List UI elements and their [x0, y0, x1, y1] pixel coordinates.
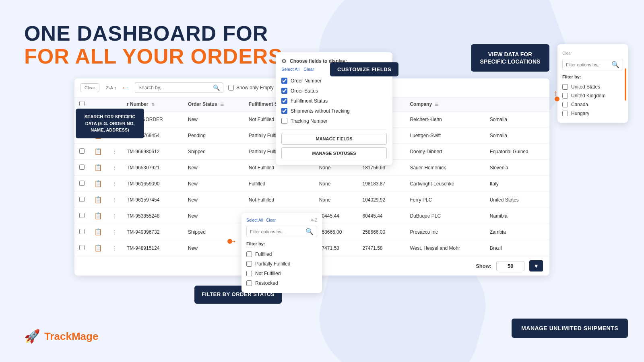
clear-link[interactable]: Clear: [303, 67, 314, 72]
show-dropdown-arrow[interactable]: ▼: [529, 260, 543, 272]
row-subtotal: 60445.44: [357, 208, 405, 224]
dots-icon[interactable]: ⋮: [112, 229, 117, 235]
filter-option-checkbox[interactable]: [246, 280, 252, 286]
row-country: United States: [485, 192, 549, 208]
filter-search-wrap: 🔍: [246, 226, 317, 237]
hero-line1: ONE DASHBOARD FOR: [24, 22, 283, 45]
customize-fields-button[interactable]: CUSTOMIZE FIELDS: [330, 62, 398, 76]
row-company: West, Hessel and Mohr: [405, 240, 485, 256]
filter-by-location-label: Filter by:: [562, 74, 623, 79]
location-scrollbar[interactable]: [625, 68, 626, 101]
field-label: Order Status: [291, 88, 318, 94]
dots-icon[interactable]: ⋮: [112, 245, 117, 251]
location-checkbox[interactable]: [562, 111, 568, 116]
row-dots-cell: ⋮: [107, 224, 122, 240]
show-empty-checkbox[interactable]: [228, 85, 234, 90]
dots-icon[interactable]: ⋮: [112, 181, 117, 187]
dots-icon[interactable]: ⋮: [112, 197, 117, 203]
show-select[interactable]: 50: [496, 261, 524, 271]
search-input[interactable]: [138, 85, 211, 90]
row-checkbox[interactable]: [79, 165, 85, 170]
doc-icon: 📋: [94, 148, 102, 155]
select-all-link[interactable]: Select All: [281, 67, 299, 72]
filter-status-option: Restocked: [246, 278, 317, 288]
row-order-status: Pending: [183, 128, 244, 144]
dots-icon[interactable]: ⋮: [112, 149, 117, 154]
dots-icon[interactable]: ⋮: [112, 165, 117, 171]
search-tooltip: SEARCH FOR SPECIFIC DATA (E.G. ORDER NO,…: [76, 109, 144, 138]
field-item: Tracking Number: [281, 116, 387, 126]
field-checkbox[interactable]: [281, 98, 287, 104]
filter-by-label: Filter by:: [246, 241, 317, 246]
location-checkbox[interactable]: [562, 84, 568, 90]
manage-statuses-button[interactable]: MANAGE STATUSES: [281, 147, 387, 159]
row-icon-cell: 📋: [89, 224, 107, 240]
doc-icon: 📋: [94, 180, 102, 187]
filter-search-input[interactable]: [250, 229, 303, 234]
filter-status-option: Fulfilled: [246, 249, 317, 259]
row-country: Equatorial Guinea: [485, 144, 549, 160]
field-checkbox[interactable]: [281, 88, 287, 94]
table-row: 📋 ⋮ TM-961659090 New Fulfilled None 1981…: [74, 176, 549, 192]
row-checkbox[interactable]: [79, 148, 85, 154]
dots-icon[interactable]: ⋮: [112, 213, 117, 219]
row-dots-cell: ⋮: [107, 144, 122, 160]
logo-mage: Mage: [72, 330, 98, 342]
row-checkbox[interactable]: [79, 213, 85, 218]
row-subtotal: 104029.92: [357, 192, 405, 208]
row-checkbox[interactable]: [79, 181, 85, 186]
row-icon-cell: 📋: [89, 160, 107, 176]
search-icon: 🔍: [213, 84, 220, 91]
location-options: United StatesUnited KingdomCanadaHungary: [562, 82, 623, 118]
col-company: Company ☰: [405, 97, 485, 111]
row-checkbox[interactable]: [79, 229, 85, 234]
row-country: Brazil: [485, 240, 549, 256]
row-order-number: TM-948915124: [122, 240, 183, 256]
field-checkbox[interactable]: [281, 108, 287, 114]
table-row: 📋 ⋮ TM-961597454 New Not Fulfilled None …: [74, 192, 549, 208]
row-dots-cell: ⋮: [107, 176, 122, 192]
col-country: [485, 97, 549, 111]
location-label: Hungary: [571, 111, 589, 116]
row-country: Slovenia: [485, 160, 549, 176]
filter-option-checkbox[interactable]: [246, 271, 252, 276]
location-search-input[interactable]: [566, 62, 609, 67]
filter-panel-links: Select All Clear: [246, 218, 276, 222]
view-data-button[interactable]: VIEW DATA FOR SPECIFIC LOCATIONS: [471, 44, 549, 72]
row-checkbox[interactable]: [79, 197, 85, 202]
field-checkbox[interactable]: [281, 78, 287, 84]
field-checkbox[interactable]: [281, 118, 287, 124]
az-badge: A-Z: [311, 218, 317, 222]
row-order-number: TM-961659090: [122, 176, 183, 192]
row-checkbox[interactable]: [79, 245, 85, 250]
location-clear-link[interactable]: Clear: [562, 51, 572, 56]
manage-fields-button[interactable]: MANAGE FIELDS: [281, 133, 387, 145]
arrow-icon: ←: [121, 82, 130, 93]
filter-clear-link[interactable]: Clear: [266, 218, 276, 222]
field-item: Fulfillment Status: [281, 96, 387, 106]
filter-status-options: FulfilledPartially FulfilledNot Fulfille…: [246, 249, 317, 288]
location-checkbox[interactable]: [562, 93, 568, 99]
row-checkbox-cell: [74, 176, 89, 192]
row-company: Sauer-Homenick: [405, 160, 485, 176]
row-company: Ferry PLC: [405, 192, 485, 208]
row-icon-cell: 📋: [89, 176, 107, 192]
row-fulfillment-status: Fulfilled: [244, 176, 314, 192]
manage-shipments-button[interactable]: MANAGE UNLIMITED SHIPMENTS: [512, 319, 628, 338]
show-empty-wrap: Show only Empty: [228, 85, 274, 90]
location-checkbox[interactable]: [562, 102, 568, 107]
filter-panel-header: Select All Clear A-Z: [246, 218, 317, 222]
clear-button[interactable]: Clear: [80, 83, 99, 92]
select-all-checkbox[interactable]: [79, 101, 85, 106]
field-label: Fulfillment Status: [291, 98, 328, 104]
gear-icon: ⚙: [281, 58, 287, 64]
filter-select-all-link[interactable]: Select All: [246, 218, 263, 222]
doc-icon: 📋: [94, 245, 102, 251]
row-company: Luettgen-Swift: [405, 128, 485, 144]
row-tracking: None: [314, 176, 358, 192]
row-order-status: New: [183, 111, 244, 128]
row-subtotal: 27471.58: [357, 240, 405, 256]
filter-option-checkbox[interactable]: [246, 251, 252, 257]
filter-option-checkbox[interactable]: [246, 261, 252, 267]
page-container: ONE DASHBOARD FOR FOR ALL YOUR ORDERS Cl…: [0, 0, 644, 362]
